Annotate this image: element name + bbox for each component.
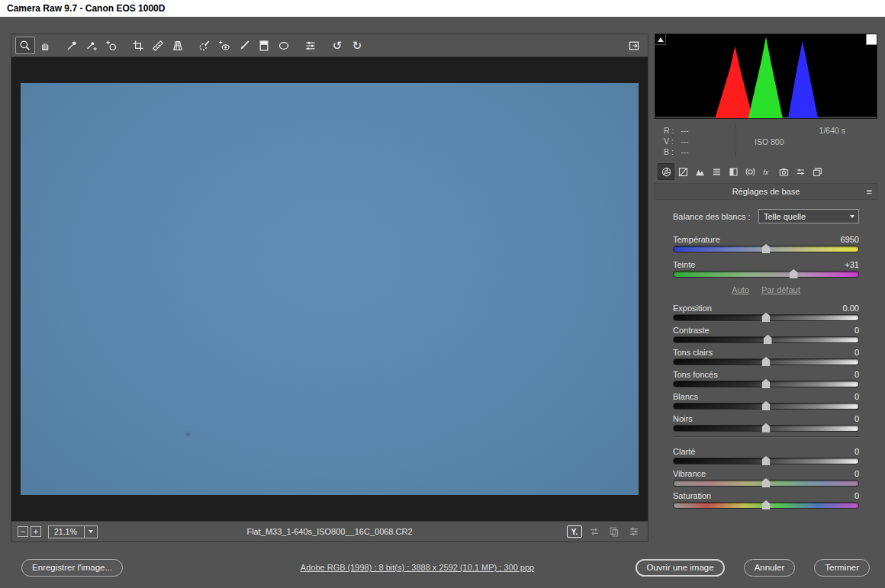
eye-icon — [218, 40, 230, 52]
white-balance-sliders: Température6950Teinte+31 — [673, 235, 859, 278]
photo[interactable] — [21, 83, 639, 495]
red-eye-tool[interactable] — [214, 37, 234, 54]
slider-value[interactable]: 0 — [854, 414, 859, 423]
white-balance-tool[interactable] — [62, 37, 82, 54]
tab-presets[interactable] — [792, 163, 809, 180]
slider-thumb[interactable] — [762, 423, 771, 432]
swap-before-after-button[interactable] — [587, 525, 602, 538]
sliders-icon — [796, 167, 806, 177]
preferences-button[interactable] — [301, 37, 320, 54]
zoom-level-select[interactable]: 21.1% — [48, 525, 98, 538]
graduated-filter-tool[interactable] — [254, 37, 274, 54]
magnifier-icon — [19, 40, 31, 52]
slider-track[interactable] — [673, 336, 859, 343]
slider-value[interactable]: 0 — [854, 326, 859, 335]
slider-value[interactable]: 0 — [854, 491, 859, 500]
tab-lens-corrections[interactable] — [742, 163, 758, 180]
tab-snapshots[interactable] — [809, 163, 825, 180]
color-sampler-tool[interactable] — [82, 37, 101, 54]
zoom-in-button[interactable]: + — [31, 526, 41, 537]
slider-thumb[interactable] — [762, 379, 771, 388]
ellipse-icon — [278, 40, 290, 52]
slider-label: Température — [673, 235, 720, 244]
tab-effects[interactable]: fx — [758, 163, 775, 180]
slider-track[interactable] — [673, 271, 859, 278]
slider-contrast: Contraste0 — [673, 326, 859, 343]
white-balance-select[interactable]: Telle quelle — [758, 209, 859, 223]
radial-filter-tool[interactable] — [274, 37, 294, 54]
slider-temperature: Température6950 — [673, 235, 859, 252]
preview-toggle-button[interactable]: Y. — [567, 525, 582, 538]
slider-track[interactable] — [673, 358, 859, 365]
done-button[interactable]: Terminer — [814, 559, 870, 577]
slider-value[interactable]: +31 — [845, 260, 859, 269]
slider-thumb[interactable] — [790, 269, 798, 278]
slider-thumb[interactable] — [762, 244, 771, 253]
slider-track[interactable] — [673, 425, 859, 432]
panel-menu-icon[interactable]: ≡ — [866, 187, 872, 197]
save-image-button[interactable]: Enregistrer l'image... — [21, 559, 123, 577]
hand-icon — [39, 40, 51, 52]
preview-settings-button[interactable] — [626, 525, 642, 538]
highlight-clipping-indicator[interactable] — [866, 34, 877, 45]
tab-camera-calibration[interactable] — [775, 163, 792, 180]
zoom-out-button[interactable]: − — [18, 526, 28, 537]
slider-track[interactable] — [673, 314, 859, 321]
title-bar: Camera Raw 9.7 - Canon EOS 1000D — [0, 0, 885, 17]
slider-value[interactable]: 0 — [854, 469, 859, 478]
slider-thumb[interactable] — [762, 500, 771, 509]
slider-value[interactable]: 0 — [854, 447, 859, 456]
basic-panel-body: Balance des blancs : Telle quelle Tempér… — [655, 200, 877, 509]
layers-icon — [813, 167, 822, 177]
histogram-chart — [655, 34, 877, 118]
cancel-button[interactable]: Annuler — [744, 559, 796, 577]
slider-label: Vibrance — [673, 469, 706, 478]
zoom-tool[interactable] — [15, 37, 35, 54]
targeted-adjustment-tool[interactable] — [101, 37, 121, 54]
slider-thumb[interactable] — [762, 357, 771, 366]
zoom-level-value: 21.1% — [49, 527, 84, 536]
slider-value[interactable]: 0.00 — [843, 304, 859, 313]
slider-track[interactable] — [673, 458, 859, 464]
slider-track[interactable] — [673, 502, 859, 509]
slider-thumb[interactable] — [762, 478, 771, 487]
auto-default-links: Auto Par défaut — [673, 285, 859, 294]
slider-thumb[interactable] — [764, 335, 772, 344]
slider-value[interactable]: 0 — [854, 348, 859, 357]
crop-tool[interactable] — [128, 37, 148, 54]
triangle-icon — [658, 37, 664, 42]
rotate-left-button[interactable]: ↺ — [327, 37, 347, 54]
slider-thumb[interactable] — [762, 401, 771, 410]
adjustment-brush-tool[interactable] — [234, 37, 254, 54]
slider-thumb[interactable] — [762, 456, 771, 465]
open-image-button[interactable]: Ouvrir une image — [636, 559, 724, 577]
tab-split-toning[interactable] — [725, 163, 742, 180]
slider-track[interactable] — [673, 381, 859, 387]
tab-tone-curve[interactable] — [674, 163, 691, 180]
copy-settings-button[interactable] — [607, 525, 622, 538]
slider-value[interactable]: 0 — [854, 370, 859, 379]
spot-removal-tool[interactable] — [195, 37, 214, 54]
rotate-right-button[interactable]: ↻ — [347, 37, 367, 54]
auto-link[interactable]: Auto — [732, 285, 749, 294]
tab-basic[interactable] — [658, 163, 674, 180]
slider-track[interactable] — [673, 246, 859, 252]
tab-hsl-grayscale[interactable] — [708, 163, 725, 180]
transform-tool[interactable] — [168, 37, 188, 54]
toggle-fullscreen-button[interactable] — [624, 37, 644, 54]
workflow-options-link[interactable]: Adobe RGB (1998) ; 8 bit(s) ; 3888 x 259… — [301, 563, 534, 572]
slider-value[interactable]: 6950 — [841, 235, 859, 244]
half-square-icon — [729, 167, 739, 177]
preview-controls: Y. — [567, 525, 642, 538]
shadow-clipping-indicator[interactable] — [655, 34, 666, 45]
slider-label: Saturation — [673, 491, 711, 500]
slider-track[interactable] — [673, 480, 859, 487]
straighten-tool[interactable] — [148, 37, 168, 54]
default-link[interactable]: Par défaut — [761, 285, 800, 294]
expand-icon — [628, 40, 640, 52]
hand-tool[interactable] — [35, 37, 55, 54]
slider-track[interactable] — [673, 403, 859, 410]
tab-detail[interactable] — [691, 163, 708, 180]
slider-value[interactable]: 0 — [854, 392, 859, 401]
slider-thumb[interactable] — [762, 313, 771, 322]
